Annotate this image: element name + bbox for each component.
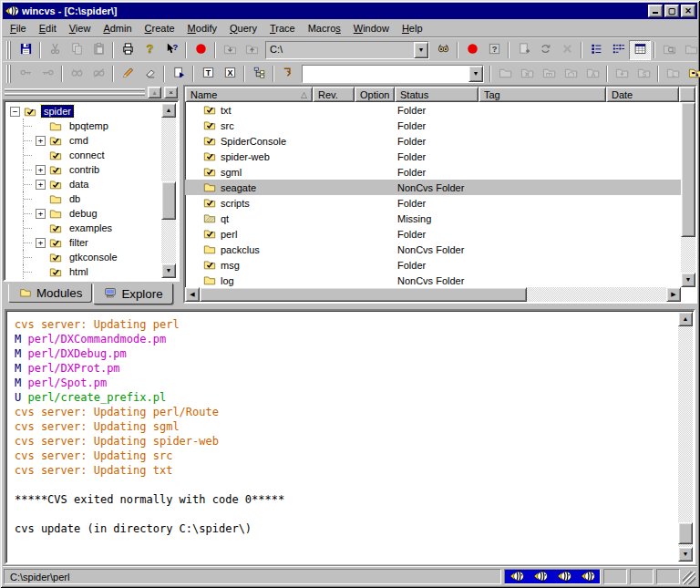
menu-admin[interactable]: Admin: [97, 20, 138, 36]
dock-gripper[interactable]: [5, 88, 145, 96]
file-list-vscrollbar[interactable]: ▲ ▼: [681, 87, 695, 287]
ascii-option-button[interactable]: T: [197, 64, 219, 84]
tree-item-label[interactable]: examples: [67, 222, 115, 234]
menu-query[interactable]: Query: [223, 20, 263, 36]
scroll-down-button[interactable]: ▼: [681, 273, 695, 287]
expand-toggle[interactable]: +: [36, 180, 46, 190]
tree-item-label[interactable]: db: [67, 192, 83, 205]
column-header-status[interactable]: Status: [395, 87, 479, 102]
tree-item-examples[interactable]: examples: [6, 221, 176, 235]
graph-button[interactable]: [684, 64, 700, 84]
view-list-button[interactable]: [607, 40, 629, 60]
close-button[interactable]: ✕: [681, 5, 695, 17]
toolbar-gripper[interactable]: [6, 65, 13, 83]
save-button[interactable]: [15, 40, 36, 60]
tree-item-debug[interactable]: +debug: [6, 206, 176, 221]
dock-collapse-button[interactable]: ▴: [148, 87, 161, 98]
stop-cvs-button[interactable]: [461, 40, 483, 60]
run-macro-button[interactable]: [168, 64, 190, 84]
file-name[interactable]: seagate: [221, 182, 256, 193]
maximize-button[interactable]: ▢: [664, 5, 679, 17]
tree-item-gtkconsole[interactable]: gtkconsole: [6, 250, 176, 264]
file-name[interactable]: log: [221, 275, 234, 286]
collapse-toggle[interactable]: −: [10, 107, 20, 117]
menu-view[interactable]: View: [63, 20, 98, 36]
resize-grip[interactable]: [683, 572, 695, 584]
file-row-scripts[interactable]: scriptsFolder: [185, 195, 681, 211]
file-name[interactable]: txt: [221, 105, 232, 116]
view-small-icons-button[interactable]: [585, 40, 607, 60]
goto-folder-button[interactable]: [277, 64, 299, 84]
file-name[interactable]: msg: [221, 260, 240, 271]
menu-macros[interactable]: Macros: [302, 20, 347, 36]
tree-item-label[interactable]: gtkconsole: [67, 251, 120, 263]
file-name[interactable]: qt: [221, 213, 229, 224]
expand-toggle[interactable]: +: [36, 238, 46, 248]
menu-edit[interactable]: Edit: [33, 20, 63, 36]
tab-explore[interactable]: Explore: [93, 284, 172, 304]
tree-item-filter[interactable]: +filter: [6, 235, 176, 250]
tree-item-label[interactable]: contrib: [67, 163, 102, 176]
tab-modules[interactable]: Modules: [8, 284, 92, 303]
file-row-spider-web[interactable]: spider-webFolder: [185, 149, 681, 164]
context-help-button[interactable]: ?: [160, 40, 182, 60]
titlebar[interactable]: wincvs - [C:\spider\] ▢ ✕: [3, 3, 697, 19]
change-browse-location-button[interactable]: [432, 40, 454, 60]
console-scrollbar[interactable]: ▲ ▼: [678, 312, 693, 562]
tree-item-label[interactable]: cmd: [67, 134, 91, 147]
file-name[interactable]: src: [221, 120, 234, 131]
view-details-button[interactable]: [629, 40, 651, 60]
stop-button[interactable]: [190, 40, 211, 60]
scrollbar-thumb[interactable]: [200, 287, 527, 302]
dock-header[interactable]: ▴ ×: [3, 85, 180, 99]
file-name[interactable]: scripts: [221, 198, 250, 209]
file-name[interactable]: SpiderConsole: [221, 136, 286, 147]
file-row-msg[interactable]: msgFolder: [185, 257, 681, 273]
browse-location-combo[interactable]: C:\▼: [265, 41, 429, 59]
tree-scrollbar[interactable]: ▲ ▼: [161, 103, 176, 278]
scroll-up-button[interactable]: ▲: [678, 312, 693, 326]
chevron-down-icon[interactable]: ▼: [414, 42, 428, 58]
tree-item-label[interactable]: connect: [67, 149, 108, 161]
hierarchy-option-button[interactable]: [248, 64, 270, 84]
expand-toggle[interactable]: +: [36, 165, 46, 175]
file-row-perl[interactable]: perlFolder: [185, 226, 681, 242]
menu-help[interactable]: Help: [396, 20, 429, 36]
menu-trace[interactable]: Trace: [263, 20, 302, 36]
scroll-down-button[interactable]: ▼: [161, 263, 176, 278]
file-row-qt[interactable]: qtMissing: [185, 211, 681, 226]
console-output[interactable]: cvs server: Updating perlM perl/DXComman…: [5, 309, 695, 564]
filter-combo-value[interactable]: [303, 66, 468, 82]
file-row-sgml[interactable]: sgmlFolder: [185, 164, 681, 180]
tree-item-bpqtemp[interactable]: bpqtemp: [6, 119, 176, 133]
scrollbar-thumb[interactable]: [678, 522, 693, 544]
scroll-right-button[interactable]: ▶: [666, 287, 681, 302]
file-list-hscrollbar[interactable]: ◀ ▶: [185, 287, 681, 302]
file-name[interactable]: sgml: [221, 167, 242, 178]
scrollbar-thumb[interactable]: [161, 181, 176, 220]
tree-item-label[interactable]: data: [67, 178, 91, 191]
column-header-rev[interactable]: Rev.: [313, 87, 355, 102]
scroll-left-button[interactable]: ◀: [185, 287, 200, 302]
file-name[interactable]: packclus: [221, 244, 260, 255]
browse-location-combo-value[interactable]: C:\: [266, 42, 414, 58]
menu-create[interactable]: Create: [139, 20, 181, 36]
expand-toggle[interactable]: +: [36, 209, 46, 219]
column-header-name[interactable]: Name△: [185, 87, 313, 102]
file-name[interactable]: spider-web: [221, 151, 270, 162]
chevron-down-icon[interactable]: ▼: [468, 66, 483, 82]
tree-item-connect[interactable]: connect: [6, 148, 176, 162]
scroll-up-button[interactable]: ▲: [161, 103, 176, 118]
column-header-option[interactable]: Option: [355, 87, 395, 102]
help-button[interactable]: ?: [139, 40, 160, 60]
scroll-down-button[interactable]: ▼: [678, 547, 693, 562]
tree-item-label[interactable]: filter: [67, 236, 91, 249]
tree-item-contrib[interactable]: +contrib: [6, 162, 176, 177]
column-header-date[interactable]: Date: [606, 87, 679, 102]
file-row-seagate[interactable]: seagateNonCvs Folder: [185, 180, 681, 195]
tree-item-cmd[interactable]: +cmd: [6, 133, 176, 148]
command-help-button[interactable]: ?: [483, 40, 505, 60]
toolbar-gripper[interactable]: [6, 41, 13, 59]
binary-option-button[interactable]: X: [219, 64, 241, 84]
file-row-SpiderConsole[interactable]: SpiderConsoleFolder: [185, 133, 681, 149]
